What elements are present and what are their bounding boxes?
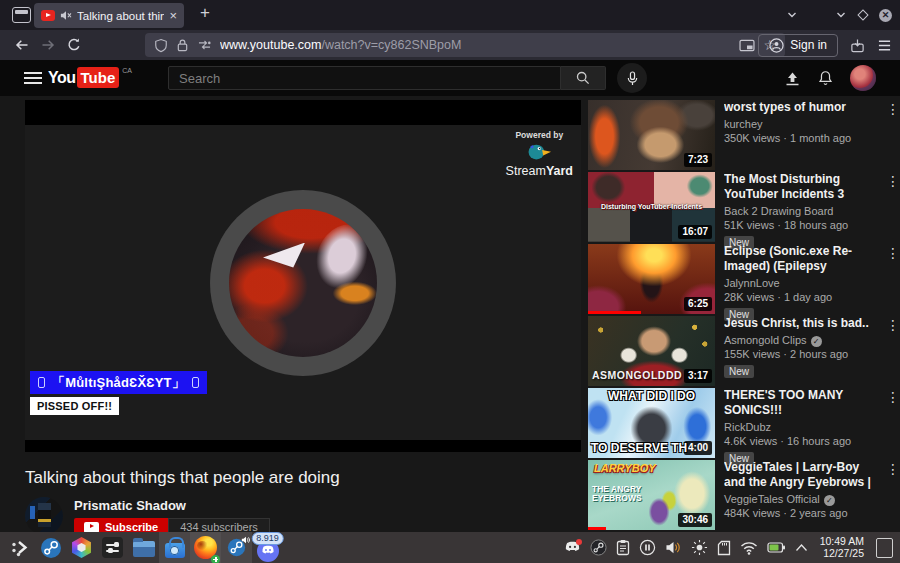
tab-muted-speaker-icon[interactable] — [60, 10, 72, 21]
voice-search-button[interactable] — [617, 63, 647, 93]
video-duration-badge: 16:07 — [678, 225, 712, 239]
sign-in-button[interactable]: Sign in — [758, 34, 838, 57]
tray-expander-icon[interactable] — [795, 543, 808, 552]
browser-tab[interactable]: Talking about things × — [34, 3, 184, 28]
firefox-task[interactable] — [190, 532, 221, 563]
thumbnail-caption-top: WHAT DID I DO — [608, 389, 695, 403]
toolbar-right: Sign in — [758, 30, 892, 60]
video-title[interactable]: worst types of humor — [724, 100, 872, 115]
brightness-tray-icon[interactable] — [691, 539, 708, 556]
taskbar-clock[interactable]: 10:49 AM 12/27/25 — [820, 536, 864, 559]
recommended-video-row[interactable]: WHAT DID I DO TO DESERVE TH 4:00 THERE'S… — [588, 388, 900, 458]
kebab-menu-icon[interactable]: ⋮ — [886, 461, 900, 477]
subscribe-button[interactable]: Subscribe — [74, 518, 168, 532]
steam-tray-icon[interactable] — [590, 539, 607, 556]
list-tabs-chevron-icon[interactable] — [786, 9, 798, 21]
kebab-menu-icon[interactable]: ⋮ — [886, 101, 900, 117]
video-channel[interactable]: VeggieTales Official — [724, 493, 820, 505]
back-button[interactable] — [14, 37, 30, 53]
reload-button[interactable] — [66, 37, 82, 53]
lock-icon[interactable] — [176, 38, 189, 52]
close-window-icon[interactable]: ✕ — [879, 9, 892, 22]
settings-app-launcher[interactable] — [97, 532, 128, 563]
video-channel[interactable]: JalynnLove — [724, 277, 780, 289]
search-icon — [576, 71, 590, 85]
show-desktop-button[interactable] — [876, 538, 893, 558]
video-channel[interactable]: kurchey — [724, 118, 763, 130]
url-bar[interactable]: www.youtube.com/watch?v=cy862SNBpoM ☆ — [145, 33, 785, 57]
video-title[interactable]: Jesus Christ, this is bad.. — [724, 316, 872, 331]
video-title[interactable]: The Most Disturbing YouTuber Incidents 3 — [724, 172, 872, 202]
kebab-menu-icon[interactable]: ⋮ — [886, 173, 900, 189]
browser-tab-bar: Talking about things × + ✕ — [0, 0, 900, 30]
prism-app-launcher[interactable] — [66, 532, 97, 563]
video-thumbnail[interactable]: ASMONGOLDDD 3:17 — [588, 316, 715, 386]
recommended-video-row[interactable]: Disturbing YouTuber Incidents 16:07 The … — [588, 172, 900, 242]
sd-card-tray-icon[interactable] — [717, 540, 731, 556]
missing-glyph-icon — [192, 377, 199, 388]
shield-icon[interactable] — [154, 38, 168, 53]
video-thumbnail[interactable]: LARRYBOY THE ANGRY EYEBROWS 30:46 — [588, 460, 715, 530]
download-badge-icon — [211, 555, 220, 563]
video-title[interactable]: Eclipse (Sonic.exe Re-Imaged) (Epilepsy … — [724, 244, 872, 274]
search-input[interactable] — [168, 66, 561, 90]
steam-launcher[interactable] — [35, 532, 66, 563]
kebab-menu-icon[interactable]: ⋮ — [886, 389, 900, 405]
wifi-tray-icon[interactable] — [740, 541, 758, 555]
youtube-logo[interactable]: You Tube CA — [48, 67, 132, 88]
video-title[interactable]: THERE'S TOO MANY SONICS!!! — [724, 388, 872, 418]
recommended-video-row[interactable]: 7:23 worst types of humor kurchey 350K v… — [588, 100, 900, 170]
minimize-icon[interactable] — [835, 9, 847, 21]
battery-tray-icon[interactable] — [767, 541, 786, 554]
menu-hamburger-icon[interactable] — [877, 39, 892, 52]
video-channel[interactable]: RickDubz — [724, 421, 771, 433]
video-player[interactable]: Powered by StreamYard — [25, 100, 581, 452]
search-button[interactable] — [561, 66, 606, 90]
video-thumbnail[interactable]: 7:23 — [588, 100, 715, 170]
video-channel[interactable]: Back 2 Drawing Board — [724, 205, 833, 217]
volume-tray-icon[interactable] — [665, 540, 682, 555]
kebab-menu-icon[interactable]: ⋮ — [886, 245, 900, 261]
channel-avatar[interactable] — [25, 497, 63, 532]
video-duration-badge: 7:23 — [684, 153, 712, 167]
kebab-menu-icon[interactable]: ⋮ — [886, 317, 900, 333]
picture-in-picture-icon[interactable] — [739, 39, 755, 52]
video-duration-badge: 6:25 — [684, 297, 712, 311]
tab-close-icon[interactable]: × — [169, 9, 177, 22]
folder-icon — [133, 541, 155, 557]
subscriber-count: 434 subscribers — [168, 518, 270, 532]
file-manager-launcher[interactable] — [128, 532, 159, 563]
prism-icon — [71, 537, 92, 558]
maximize-icon[interactable] — [857, 9, 868, 20]
missing-glyph-icon — [38, 377, 45, 388]
forward-button[interactable] — [40, 37, 56, 53]
video-title[interactable]: VeggieTales | Larry-Boy and the Angry Ey… — [724, 460, 872, 490]
steam-task[interactable] — [221, 532, 252, 563]
account-avatar[interactable] — [850, 65, 876, 91]
video-channel[interactable]: Asmongold Clips — [724, 334, 807, 346]
permissions-icon[interactable] — [197, 39, 212, 51]
video-thumbnail[interactable]: Disturbing YouTuber Incidents 16:07 — [588, 172, 715, 242]
guide-menu-icon[interactable] — [24, 72, 42, 84]
verified-icon: ✓ — [811, 336, 822, 347]
media-pause-tray-icon[interactable] — [639, 539, 656, 556]
video-info: Eclipse (Sonic.exe Re-Imaged) (Epilepsy … — [724, 244, 872, 314]
clipboard-tray-icon[interactable] — [616, 539, 630, 556]
recommended-video-row[interactable]: LARRYBOY THE ANGRY EYEBROWS 30:46 Veggie… — [588, 460, 900, 530]
firefox-view-icon[interactable] — [12, 7, 31, 23]
upload-icon[interactable] — [784, 71, 801, 86]
import-icon[interactable] — [850, 38, 865, 53]
new-tab-button[interactable]: + — [200, 3, 210, 23]
recommended-video-row[interactable]: ASMONGOLDDD 3:17 Jesus Christ, this is b… — [588, 316, 900, 386]
logo-region: CA — [122, 67, 132, 74]
software-store-task[interactable] — [159, 532, 190, 563]
video-thumbnail[interactable]: WHAT DID I DO TO DESERVE TH 4:00 — [588, 388, 715, 458]
video-thumbnail[interactable]: 6:25 — [588, 244, 715, 314]
app-launcher-button[interactable] — [4, 532, 35, 563]
url-text[interactable]: www.youtube.com/watch?v=cy862SNBpoM — [220, 38, 731, 52]
notifications-bell-icon[interactable] — [818, 70, 833, 87]
discord-tray-icon[interactable] — [564, 541, 581, 554]
recommended-video-row[interactable]: 6:25 Eclipse (Sonic.exe Re-Imaged) (Epil… — [588, 244, 900, 314]
channel-name[interactable]: Prismatic Shadow — [74, 498, 270, 513]
discord-task[interactable]: 8.919 — [252, 532, 283, 563]
